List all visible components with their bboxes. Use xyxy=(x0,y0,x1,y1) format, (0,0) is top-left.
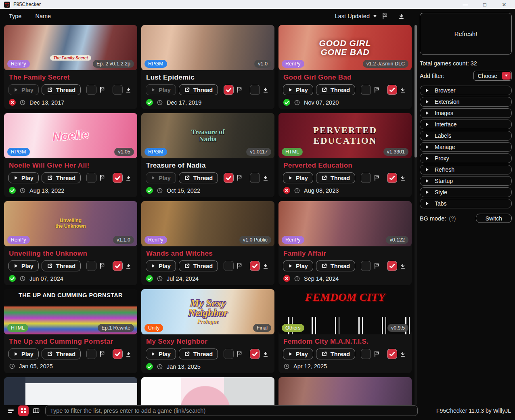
installed-checkbox[interactable] xyxy=(113,349,123,359)
sort-header-last-updated[interactable]: Last Updated xyxy=(335,13,377,19)
thread-button[interactable]: Thread xyxy=(179,349,218,359)
bg-mode-help[interactable]: (?) xyxy=(449,215,456,222)
installed-checkbox[interactable] xyxy=(387,173,397,183)
thread-button[interactable]: Thread xyxy=(179,260,218,271)
game-cover-image[interactable]: RenPy v1.0 Public xyxy=(141,201,274,246)
play-button[interactable]: Play xyxy=(8,260,39,271)
finished-checkbox[interactable] xyxy=(361,85,371,95)
header-finished-flag-icon[interactable] xyxy=(382,13,388,19)
finished-checkbox[interactable] xyxy=(224,173,234,183)
game-cover-image[interactable]: My Sexy Neighbor Prologue Unity Final xyxy=(141,289,274,334)
settings-section-interface[interactable]: Interface xyxy=(420,120,512,129)
filter-choose-dropdown[interactable]: Choose xyxy=(473,71,512,81)
last-updated-clock-icon xyxy=(157,99,163,106)
switch-bg-mode-button[interactable]: Switch xyxy=(476,214,512,223)
finished-checkbox[interactable] xyxy=(224,85,234,95)
settings-section-extension[interactable]: Extension xyxy=(420,97,512,107)
installed-checkbox[interactable] xyxy=(387,349,397,359)
play-button[interactable]: Play xyxy=(146,172,176,183)
installed-checkbox[interactable] xyxy=(250,261,260,271)
game-cover-image[interactable]: PERVERTED EDUCATION HTML v1.3301 xyxy=(278,113,412,158)
play-button[interactable]: Play xyxy=(8,349,39,359)
finished-checkbox[interactable] xyxy=(86,261,96,271)
play-button[interactable]: Play xyxy=(8,84,39,95)
installed-checkbox[interactable] xyxy=(250,349,260,359)
thread-button[interactable]: Thread xyxy=(316,349,355,359)
settings-section-startup[interactable]: Startup xyxy=(420,176,512,186)
cover-art-text: Noelle xyxy=(52,128,89,144)
column-header-name[interactable]: Name xyxy=(35,13,51,19)
thread-label: Thread xyxy=(331,263,350,269)
section-label: Startup xyxy=(435,178,453,184)
finished-checkbox[interactable] xyxy=(86,349,96,359)
card-controls: Play Thread xyxy=(141,84,274,95)
game-cover-image[interactable] xyxy=(4,377,137,405)
finished-checkbox[interactable] xyxy=(224,349,234,359)
finished-checkbox[interactable] xyxy=(86,85,96,95)
view-mode-grid-button[interactable] xyxy=(18,405,29,416)
play-button[interactable]: Play xyxy=(146,260,176,271)
view-mode-kanban-button[interactable] xyxy=(31,405,41,416)
list-scrollbar[interactable] xyxy=(415,25,417,405)
thread-button[interactable]: Thread xyxy=(42,172,81,183)
game-cover-image[interactable]: RenPy v0.122 xyxy=(278,201,412,246)
play-button[interactable]: Play xyxy=(283,349,313,359)
installed-checkbox[interactable] xyxy=(113,261,123,271)
finished-checkbox[interactable] xyxy=(361,261,371,271)
installed-checkbox[interactable] xyxy=(250,85,260,95)
finished-checkbox[interactable] xyxy=(361,173,371,183)
game-cover-image[interactable] xyxy=(141,377,274,405)
settings-section-proxy[interactable]: Proxy xyxy=(420,153,512,163)
play-button[interactable]: Play xyxy=(283,84,313,95)
installed-checkbox[interactable] xyxy=(113,85,123,95)
settings-section-browser[interactable]: Browser xyxy=(420,86,512,95)
maximize-button[interactable]: □ xyxy=(481,2,488,8)
game-cover-image[interactable] xyxy=(278,377,412,405)
settings-section-labels[interactable]: Labels xyxy=(420,131,512,141)
play-button[interactable]: Play xyxy=(283,172,313,183)
game-cover-image[interactable]: RPGM v1.0 xyxy=(141,25,274,70)
thread-button[interactable]: Thread xyxy=(179,172,218,183)
play-button[interactable]: Play xyxy=(283,260,313,271)
game-cover-image[interactable]: Noelle RPGM v1.05 xyxy=(4,113,137,158)
game-cover-image[interactable]: FEMDOM CITY Others v0.9.5 xyxy=(278,289,412,334)
installed-checkbox[interactable] xyxy=(387,261,397,271)
add-filter-label: Add filter: xyxy=(420,73,444,79)
thread-button[interactable]: Thread xyxy=(42,260,81,271)
column-header-type[interactable]: Type xyxy=(9,13,21,19)
minimize-button[interactable]: — xyxy=(462,2,469,8)
finished-checkbox[interactable] xyxy=(224,261,234,271)
header-installed-download-icon[interactable] xyxy=(398,13,404,19)
game-cover-image[interactable]: Unveiling the Unknown RenPy v1.1.0 xyxy=(4,201,137,246)
installed-checkbox[interactable] xyxy=(113,173,123,183)
finished-checkbox[interactable] xyxy=(361,349,371,359)
thread-button[interactable]: Thread xyxy=(179,84,218,95)
play-button[interactable]: Play xyxy=(146,349,176,359)
refresh-button[interactable]: Refresh! xyxy=(420,13,512,55)
settings-section-tabs[interactable]: Tabs xyxy=(420,199,512,208)
installed-checkbox[interactable] xyxy=(250,173,260,183)
settings-section-style[interactable]: Style xyxy=(420,187,512,197)
thread-button[interactable]: Thread xyxy=(316,172,355,183)
installed-checkbox[interactable] xyxy=(387,85,397,95)
finished-checkbox[interactable] xyxy=(86,173,96,183)
thread-label: Thread xyxy=(193,263,213,269)
settings-section-images[interactable]: Images xyxy=(420,108,512,118)
filter-input[interactable] xyxy=(45,405,418,416)
settings-section-refresh[interactable]: Refresh xyxy=(420,165,512,174)
game-cover-image[interactable]: GOOD GIRL GONE BAD RenPy v1.2 Jasmin DLC xyxy=(278,25,412,70)
game-cover-image[interactable]: Treasure of Nadia RPGM v1.0117 xyxy=(141,113,274,158)
thread-button[interactable]: Thread xyxy=(42,84,81,95)
play-button[interactable]: Play xyxy=(8,172,39,183)
section-arrow-icon xyxy=(425,202,429,206)
settings-section-manage[interactable]: Manage xyxy=(420,142,512,152)
close-button[interactable]: ✕ xyxy=(500,2,508,8)
scrollbar-thumb[interactable] xyxy=(415,25,417,158)
view-mode-list-button[interactable] xyxy=(6,405,16,416)
thread-button[interactable]: Thread xyxy=(316,84,355,95)
thread-button[interactable]: Thread xyxy=(42,349,81,359)
game-cover-image[interactable]: The Family Secret RenPy Ep. 2 v0.1.2.2p xyxy=(4,25,137,70)
game-cover-image[interactable]: THE UP AND CUMMING PORNSTAR HTML Ep.1 Re… xyxy=(4,289,137,334)
thread-button[interactable]: Thread xyxy=(316,260,355,271)
play-button[interactable]: Play xyxy=(146,84,176,95)
